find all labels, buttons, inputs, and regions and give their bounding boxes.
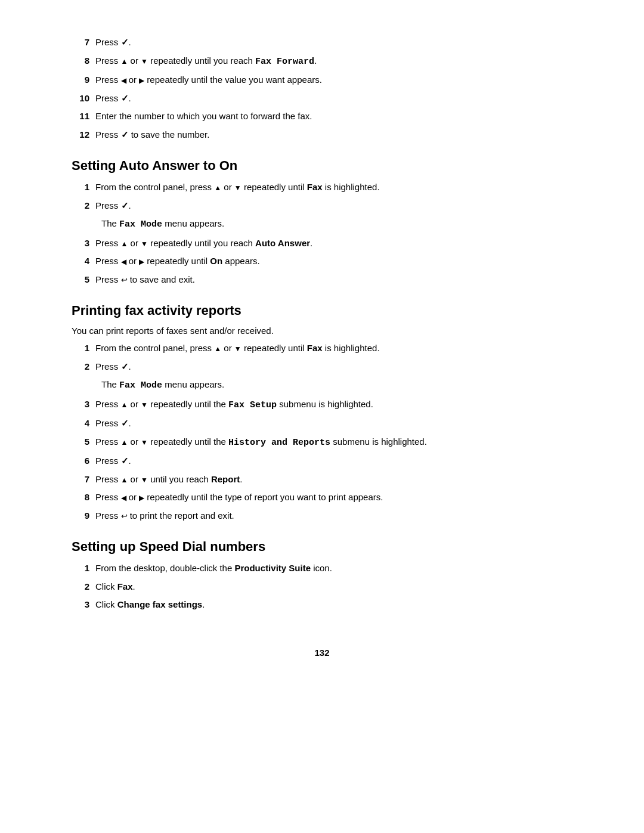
return-icon	[121, 510, 128, 521]
fax-reports-steps: 1 From the control panel, press or repea…	[72, 342, 572, 522]
fax-reports-step-8: 8 Press or repeatedly until the type of …	[72, 491, 572, 504]
step-10: 10 Press .	[72, 92, 572, 106]
fax-reports-step-7: 7 Press or until you reach Report.	[72, 473, 572, 487]
auto-answer-step-2: 2 Press .	[72, 199, 572, 213]
keyword-auto-answer: Auto Answer	[255, 238, 310, 248]
section-auto-answer-heading: Setting Auto Answer to On	[72, 158, 572, 174]
down-arrow-icon	[141, 474, 148, 484]
auto-answer-step-5: 5 Press to save and exit.	[72, 273, 572, 287]
auto-answer-step-3: 3 Press or repeatedly until you reach Au…	[72, 237, 572, 250]
keyword-on: On	[210, 256, 222, 266]
fax-reports-step-2: 2 Press .	[72, 360, 572, 374]
check-icon	[121, 200, 129, 210]
left-arrow-icon	[121, 492, 126, 502]
section-fax-reports-intro: You can print reports of faxes sent and/…	[72, 326, 572, 336]
up-arrow-icon	[121, 474, 128, 484]
auto-answer-step-1: 1 From the control panel, press or repea…	[72, 181, 572, 194]
keyword-fax: Fax	[117, 581, 133, 592]
auto-answer-step-2-note: The Fax Mode menu appears.	[101, 217, 572, 232]
down-arrow-icon	[141, 55, 148, 66]
section-fax-reports-heading: Printing fax activity reports	[72, 303, 572, 318]
auto-answer-step-4: 4 Press or repeatedly until On appears.	[72, 255, 572, 268]
check-icon	[121, 456, 129, 466]
step-8: 8 Press or repeatedly until you reach Fa…	[72, 54, 572, 69]
keyword-fax-mode: Fax Mode	[119, 380, 162, 391]
step-12: 12 Press to save the number.	[72, 128, 572, 142]
keyword-history-reports: History and Reports	[228, 438, 330, 448]
keyword-fax: Fax	[307, 343, 323, 353]
check-icon	[121, 361, 129, 371]
check-icon	[121, 37, 129, 47]
right-arrow-icon	[139, 492, 144, 502]
section-speed-dial-heading: Setting up Speed Dial numbers	[72, 539, 572, 555]
check-icon	[121, 93, 129, 103]
speed-dial-step-2: 2 Click Fax.	[72, 580, 572, 594]
pre-section-steps: 7 Press . 8 Press or repeatedly until yo…	[72, 36, 572, 141]
down-arrow-icon	[141, 399, 148, 409]
right-arrow-icon	[139, 256, 144, 266]
fax-reports-step-3: 3 Press or repeatedly until the Fax Setu…	[72, 398, 572, 413]
right-arrow-icon	[139, 75, 144, 85]
step-11: 11 Enter the number to which you want to…	[72, 110, 572, 123]
up-arrow-icon	[214, 343, 221, 353]
speed-dial-steps: 1 From the desktop, double-click the Pro…	[72, 562, 572, 612]
keyword-fax-forward: Fax Forward	[255, 57, 314, 67]
down-arrow-icon	[234, 343, 242, 353]
section-auto-answer: Setting Auto Answer to On 1 From the con…	[72, 158, 572, 286]
left-arrow-icon	[121, 256, 126, 266]
keyword-report: Report	[211, 474, 240, 484]
left-arrow-icon	[121, 75, 126, 85]
auto-answer-steps: 1 From the control panel, press or repea…	[72, 181, 572, 286]
down-arrow-icon	[141, 238, 148, 248]
speed-dial-step-1: 1 From the desktop, double-click the Pro…	[72, 562, 572, 575]
fax-reports-step-9: 9 Press to print the report and exit.	[72, 509, 572, 523]
page-number: 132	[72, 648, 572, 658]
up-arrow-icon	[121, 238, 128, 248]
section-speed-dial: Setting up Speed Dial numbers 1 From the…	[72, 539, 572, 612]
check-icon	[121, 418, 129, 428]
section-fax-reports: Printing fax activity reports You can pr…	[72, 303, 572, 522]
keyword-fax-setup: Fax Setup	[228, 400, 277, 410]
fax-reports-step-6: 6 Press .	[72, 454, 572, 468]
keyword-fax: Fax	[307, 182, 323, 192]
up-arrow-icon	[214, 182, 221, 192]
fax-reports-step-2-note: The Fax Mode menu appears.	[101, 378, 572, 393]
fax-reports-step-5: 5 Press or repeatedly until the History …	[72, 435, 572, 450]
up-arrow-icon	[121, 399, 128, 409]
down-arrow-icon	[141, 436, 148, 447]
keyword-fax-mode: Fax Mode	[119, 219, 162, 230]
keyword-productivity-suite: Productivity Suite	[234, 563, 311, 573]
keyword-change-fax-settings: Change fax settings	[117, 599, 203, 609]
step-7: 7 Press .	[72, 36, 572, 49]
up-arrow-icon	[121, 436, 128, 447]
check-icon	[121, 129, 129, 140]
fax-reports-step-4: 4 Press .	[72, 417, 572, 431]
fax-reports-step-1: 1 From the control panel, press or repea…	[72, 342, 572, 355]
down-arrow-icon	[234, 182, 242, 192]
step-9: 9 Press or repeatedly until the value yo…	[72, 73, 572, 87]
speed-dial-step-3: 3 Click Change fax settings.	[72, 598, 572, 612]
return-icon	[121, 274, 128, 284]
up-arrow-icon	[121, 55, 128, 66]
